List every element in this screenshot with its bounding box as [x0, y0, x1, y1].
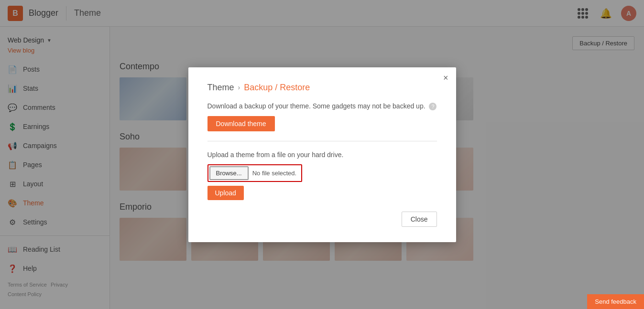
dialog-breadcrumb: Theme › Backup / Restore	[207, 83, 437, 93]
breadcrumb-arrow-icon: ›	[238, 84, 240, 91]
backup-description: Download a backup of your theme. Some ga…	[207, 102, 437, 110]
send-feedback-button[interactable]: Send feedback	[587, 294, 644, 309]
breadcrumb-base: Theme	[207, 83, 234, 93]
close-button[interactable]: Close	[402, 212, 437, 227]
dialog-close-button[interactable]: ×	[443, 73, 448, 83]
upload-button[interactable]: Upload	[207, 186, 244, 200]
upload-section: Upload a theme from a file on your hard …	[207, 151, 437, 200]
modal-overlay: × Theme › Backup / Restore Download a ba…	[0, 0, 644, 309]
backup-section: Download a backup of your theme. Some ga…	[207, 102, 437, 131]
dialog-separator	[207, 141, 437, 141]
upload-description: Upload a theme from a file on your hard …	[207, 151, 437, 159]
file-selected-label: No file selected.	[249, 170, 301, 177]
file-input-container: Browse... No file selected.	[207, 164, 303, 182]
backup-restore-dialog: × Theme › Backup / Restore Download a ba…	[188, 67, 456, 242]
browse-button[interactable]: Browse...	[209, 166, 249, 180]
dialog-footer: Close	[207, 212, 437, 227]
help-tooltip-icon[interactable]: ?	[429, 103, 437, 110]
breadcrumb-current: Backup / Restore	[244, 83, 310, 93]
download-theme-button[interactable]: Download theme	[207, 116, 275, 131]
